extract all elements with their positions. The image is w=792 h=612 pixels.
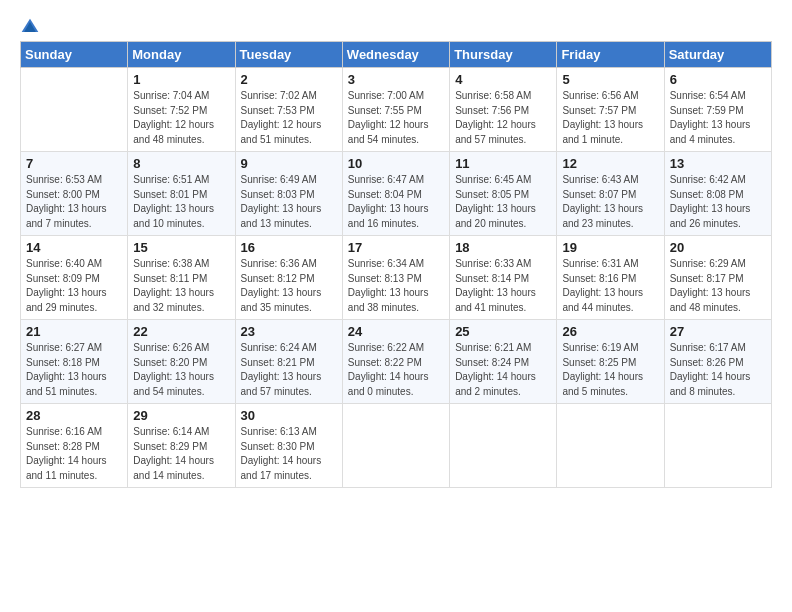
- day-number: 27: [670, 324, 766, 339]
- calendar-cell: 13Sunrise: 6:42 AM Sunset: 8:08 PM Dayli…: [664, 152, 771, 236]
- day-number: 19: [562, 240, 658, 255]
- day-number: 12: [562, 156, 658, 171]
- day-info: Sunrise: 6:21 AM Sunset: 8:24 PM Dayligh…: [455, 341, 551, 399]
- day-info: Sunrise: 6:40 AM Sunset: 8:09 PM Dayligh…: [26, 257, 122, 315]
- day-number: 4: [455, 72, 551, 87]
- day-number: 26: [562, 324, 658, 339]
- calendar-header-sunday: Sunday: [21, 42, 128, 68]
- calendar-cell: 10Sunrise: 6:47 AM Sunset: 8:04 PM Dayli…: [342, 152, 449, 236]
- day-number: 3: [348, 72, 444, 87]
- calendar-week-4: 28Sunrise: 6:16 AM Sunset: 8:28 PM Dayli…: [21, 404, 772, 488]
- calendar-cell: 2Sunrise: 7:02 AM Sunset: 7:53 PM Daylig…: [235, 68, 342, 152]
- calendar-cell: 1Sunrise: 7:04 AM Sunset: 7:52 PM Daylig…: [128, 68, 235, 152]
- calendar-week-2: 14Sunrise: 6:40 AM Sunset: 8:09 PM Dayli…: [21, 236, 772, 320]
- calendar-cell: 5Sunrise: 6:56 AM Sunset: 7:57 PM Daylig…: [557, 68, 664, 152]
- calendar-cell: 27Sunrise: 6:17 AM Sunset: 8:26 PM Dayli…: [664, 320, 771, 404]
- day-info: Sunrise: 6:58 AM Sunset: 7:56 PM Dayligh…: [455, 89, 551, 147]
- calendar-cell: 9Sunrise: 6:49 AM Sunset: 8:03 PM Daylig…: [235, 152, 342, 236]
- day-info: Sunrise: 6:24 AM Sunset: 8:21 PM Dayligh…: [241, 341, 337, 399]
- day-number: 11: [455, 156, 551, 171]
- day-info: Sunrise: 6:43 AM Sunset: 8:07 PM Dayligh…: [562, 173, 658, 231]
- logo: [20, 16, 42, 37]
- day-info: Sunrise: 6:56 AM Sunset: 7:57 PM Dayligh…: [562, 89, 658, 147]
- day-info: Sunrise: 6:45 AM Sunset: 8:05 PM Dayligh…: [455, 173, 551, 231]
- day-number: 22: [133, 324, 229, 339]
- calendar-header-saturday: Saturday: [664, 42, 771, 68]
- calendar-header-monday: Monday: [128, 42, 235, 68]
- day-info: Sunrise: 6:26 AM Sunset: 8:20 PM Dayligh…: [133, 341, 229, 399]
- day-info: Sunrise: 6:38 AM Sunset: 8:11 PM Dayligh…: [133, 257, 229, 315]
- day-info: Sunrise: 6:33 AM Sunset: 8:14 PM Dayligh…: [455, 257, 551, 315]
- day-number: 29: [133, 408, 229, 423]
- calendar-week-0: 1Sunrise: 7:04 AM Sunset: 7:52 PM Daylig…: [21, 68, 772, 152]
- day-info: Sunrise: 6:19 AM Sunset: 8:25 PM Dayligh…: [562, 341, 658, 399]
- day-info: Sunrise: 6:47 AM Sunset: 8:04 PM Dayligh…: [348, 173, 444, 231]
- day-info: Sunrise: 6:54 AM Sunset: 7:59 PM Dayligh…: [670, 89, 766, 147]
- day-info: Sunrise: 6:13 AM Sunset: 8:30 PM Dayligh…: [241, 425, 337, 483]
- calendar-cell: 11Sunrise: 6:45 AM Sunset: 8:05 PM Dayli…: [450, 152, 557, 236]
- day-info: Sunrise: 6:27 AM Sunset: 8:18 PM Dayligh…: [26, 341, 122, 399]
- calendar-cell: 7Sunrise: 6:53 AM Sunset: 8:00 PM Daylig…: [21, 152, 128, 236]
- day-number: 15: [133, 240, 229, 255]
- calendar-cell: 19Sunrise: 6:31 AM Sunset: 8:16 PM Dayli…: [557, 236, 664, 320]
- calendar-cell: 12Sunrise: 6:43 AM Sunset: 8:07 PM Dayli…: [557, 152, 664, 236]
- day-number: 8: [133, 156, 229, 171]
- day-number: 25: [455, 324, 551, 339]
- day-number: 10: [348, 156, 444, 171]
- day-info: Sunrise: 6:36 AM Sunset: 8:12 PM Dayligh…: [241, 257, 337, 315]
- calendar-cell: 20Sunrise: 6:29 AM Sunset: 8:17 PM Dayli…: [664, 236, 771, 320]
- header: [20, 16, 772, 37]
- calendar-cell: 14Sunrise: 6:40 AM Sunset: 8:09 PM Dayli…: [21, 236, 128, 320]
- day-info: Sunrise: 7:00 AM Sunset: 7:55 PM Dayligh…: [348, 89, 444, 147]
- day-number: 14: [26, 240, 122, 255]
- day-info: Sunrise: 6:31 AM Sunset: 8:16 PM Dayligh…: [562, 257, 658, 315]
- calendar-cell: 15Sunrise: 6:38 AM Sunset: 8:11 PM Dayli…: [128, 236, 235, 320]
- day-info: Sunrise: 6:49 AM Sunset: 8:03 PM Dayligh…: [241, 173, 337, 231]
- day-number: 23: [241, 324, 337, 339]
- day-number: 1: [133, 72, 229, 87]
- calendar-cell: 3Sunrise: 7:00 AM Sunset: 7:55 PM Daylig…: [342, 68, 449, 152]
- calendar-cell: 4Sunrise: 6:58 AM Sunset: 7:56 PM Daylig…: [450, 68, 557, 152]
- day-info: Sunrise: 6:51 AM Sunset: 8:01 PM Dayligh…: [133, 173, 229, 231]
- day-number: 16: [241, 240, 337, 255]
- calendar-table: SundayMondayTuesdayWednesdayThursdayFrid…: [20, 41, 772, 488]
- calendar-cell: 6Sunrise: 6:54 AM Sunset: 7:59 PM Daylig…: [664, 68, 771, 152]
- day-number: 9: [241, 156, 337, 171]
- calendar-cell: 28Sunrise: 6:16 AM Sunset: 8:28 PM Dayli…: [21, 404, 128, 488]
- calendar-cell: 8Sunrise: 6:51 AM Sunset: 8:01 PM Daylig…: [128, 152, 235, 236]
- logo-icon: [20, 17, 40, 37]
- day-info: Sunrise: 7:02 AM Sunset: 7:53 PM Dayligh…: [241, 89, 337, 147]
- day-number: 2: [241, 72, 337, 87]
- calendar-cell: 29Sunrise: 6:14 AM Sunset: 8:29 PM Dayli…: [128, 404, 235, 488]
- calendar-cell: 23Sunrise: 6:24 AM Sunset: 8:21 PM Dayli…: [235, 320, 342, 404]
- calendar-header-thursday: Thursday: [450, 42, 557, 68]
- day-number: 20: [670, 240, 766, 255]
- calendar-header-row: SundayMondayTuesdayWednesdayThursdayFrid…: [21, 42, 772, 68]
- day-number: 17: [348, 240, 444, 255]
- calendar-cell: 18Sunrise: 6:33 AM Sunset: 8:14 PM Dayli…: [450, 236, 557, 320]
- day-info: Sunrise: 6:34 AM Sunset: 8:13 PM Dayligh…: [348, 257, 444, 315]
- calendar-cell: [450, 404, 557, 488]
- day-info: Sunrise: 6:29 AM Sunset: 8:17 PM Dayligh…: [670, 257, 766, 315]
- calendar-week-3: 21Sunrise: 6:27 AM Sunset: 8:18 PM Dayli…: [21, 320, 772, 404]
- day-number: 7: [26, 156, 122, 171]
- day-number: 28: [26, 408, 122, 423]
- calendar-cell: 21Sunrise: 6:27 AM Sunset: 8:18 PM Dayli…: [21, 320, 128, 404]
- calendar-cell: [557, 404, 664, 488]
- day-info: Sunrise: 6:16 AM Sunset: 8:28 PM Dayligh…: [26, 425, 122, 483]
- day-info: Sunrise: 6:42 AM Sunset: 8:08 PM Dayligh…: [670, 173, 766, 231]
- calendar-cell: [664, 404, 771, 488]
- calendar-week-1: 7Sunrise: 6:53 AM Sunset: 8:00 PM Daylig…: [21, 152, 772, 236]
- day-number: 13: [670, 156, 766, 171]
- calendar-cell: 30Sunrise: 6:13 AM Sunset: 8:30 PM Dayli…: [235, 404, 342, 488]
- calendar-cell: [21, 68, 128, 152]
- calendar-header-wednesday: Wednesday: [342, 42, 449, 68]
- day-number: 18: [455, 240, 551, 255]
- page-container: SundayMondayTuesdayWednesdayThursdayFrid…: [0, 0, 792, 498]
- day-info: Sunrise: 6:17 AM Sunset: 8:26 PM Dayligh…: [670, 341, 766, 399]
- calendar-cell: 25Sunrise: 6:21 AM Sunset: 8:24 PM Dayli…: [450, 320, 557, 404]
- day-number: 5: [562, 72, 658, 87]
- calendar-header-tuesday: Tuesday: [235, 42, 342, 68]
- day-info: Sunrise: 6:14 AM Sunset: 8:29 PM Dayligh…: [133, 425, 229, 483]
- day-number: 30: [241, 408, 337, 423]
